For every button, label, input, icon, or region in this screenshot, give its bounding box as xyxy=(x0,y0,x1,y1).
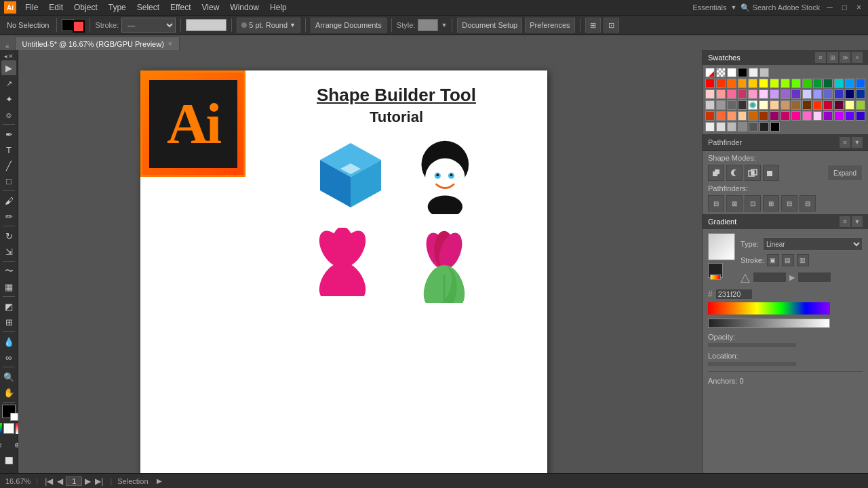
opacity-slider[interactable] xyxy=(708,343,796,347)
swatch-gray3[interactable] xyxy=(727,100,736,110)
document-canvas[interactable]: Ai Shape Builder Tool Tutorial xyxy=(140,70,547,473)
divide-btn[interactable]: ⊟ xyxy=(708,195,724,211)
swatch-yellow[interactable] xyxy=(748,79,757,88)
swatch-orange[interactable] xyxy=(727,79,736,88)
gradient-angle-input[interactable] xyxy=(753,272,787,283)
swatch-brown[interactable] xyxy=(791,100,801,110)
workspace-dropdown-icon[interactable]: ▼ xyxy=(731,4,737,11)
swatch-cream[interactable] xyxy=(759,100,768,110)
ai-logo[interactable]: Ai xyxy=(4,1,16,14)
style-dropdown-icon[interactable]: ▼ xyxy=(441,22,447,28)
swatch-black[interactable] xyxy=(738,68,747,77)
lasso-tool[interactable]: ⌾ xyxy=(1,107,16,122)
status-arrow[interactable]: ▶ xyxy=(157,477,162,485)
swatch-slate[interactable] xyxy=(823,89,833,99)
zoom-tool[interactable]: 🔍 xyxy=(1,369,16,384)
exclude-btn[interactable] xyxy=(763,165,779,181)
unite-btn[interactable] xyxy=(708,165,724,181)
merge-btn[interactable]: ⊡ xyxy=(745,195,761,211)
close-btn[interactable]: × xyxy=(854,3,864,12)
graph-tool[interactable]: ▦ xyxy=(1,279,16,294)
gradient-collapse[interactable]: ≡ xyxy=(840,216,850,227)
expand-btn[interactable]: Expand xyxy=(827,165,863,181)
magic-wand-tool[interactable]: ✦ xyxy=(1,92,16,106)
swatch-fuchsia[interactable] xyxy=(781,111,790,121)
menu-effect[interactable]: Effect xyxy=(165,1,195,14)
menu-window[interactable]: Window xyxy=(225,1,264,14)
swatch-hotpink[interactable] xyxy=(748,89,757,99)
swatch-offwhite[interactable] xyxy=(705,122,715,131)
swatch-green-light[interactable] xyxy=(791,79,801,88)
swatch-gray2[interactable] xyxy=(716,100,726,110)
rect-tool[interactable]: □ xyxy=(1,174,16,188)
swatch-lemon[interactable] xyxy=(845,100,854,110)
swatch-scarlet[interactable] xyxy=(823,100,833,110)
pencil-tool[interactable]: ✏ xyxy=(1,209,16,224)
swatch-blush[interactable] xyxy=(813,111,823,121)
swatch-lightgray2[interactable] xyxy=(716,122,726,131)
rotate-tool[interactable]: ↻ xyxy=(1,228,16,243)
swatch-red[interactable] xyxy=(705,79,715,88)
swatch-periwinkle[interactable] xyxy=(802,89,812,99)
outline-btn[interactable]: ⊟ xyxy=(781,195,797,211)
crop-btn[interactable]: ⊞ xyxy=(763,195,779,211)
swatch-special1[interactable] xyxy=(748,100,757,110)
color-hash-input[interactable] xyxy=(715,289,753,300)
swatch-darknavy[interactable] xyxy=(845,89,854,99)
swatch-violet[interactable] xyxy=(770,89,779,99)
gradient-color-stop[interactable] xyxy=(708,263,723,278)
trim-btn[interactable]: ⊠ xyxy=(726,195,743,211)
swatch-rust[interactable] xyxy=(748,111,757,121)
pathfinder-collapse[interactable]: ≡ xyxy=(840,137,850,148)
swatch-purple[interactable] xyxy=(781,89,790,99)
none-mode-icon[interactable] xyxy=(3,423,14,434)
style-box[interactable] xyxy=(418,19,438,31)
reflect-tool[interactable]: ↕ xyxy=(0,437,8,452)
gradient-aspect-input[interactable] xyxy=(797,272,831,283)
preferences-btn[interactable]: Preferences xyxy=(525,18,574,33)
fill-chip[interactable] xyxy=(2,405,16,418)
swatch-gray5[interactable] xyxy=(738,122,747,131)
swatch-nearblack[interactable] xyxy=(760,122,769,131)
swatch-green[interactable] xyxy=(802,79,812,88)
stroke-apply-along[interactable]: ▤ xyxy=(782,254,794,266)
line-tool[interactable]: ╱ xyxy=(1,158,16,173)
menu-view[interactable]: View xyxy=(197,1,224,14)
swatch-silver[interactable] xyxy=(760,68,769,77)
panel-collapse-left[interactable]: « xyxy=(5,43,15,50)
swatch-rose[interactable] xyxy=(727,89,736,99)
swatch-darkbrown[interactable] xyxy=(802,100,812,110)
swatch-navy[interactable] xyxy=(834,89,844,99)
swatch-auburn[interactable] xyxy=(759,111,768,121)
stroke-apply-across[interactable]: ▥ xyxy=(797,254,809,266)
left-collapse-icon[interactable]: ◂ xyxy=(4,53,7,60)
swatch-black2[interactable] xyxy=(770,122,780,131)
gradient-preview-box[interactable] xyxy=(708,233,735,260)
swatch-chartreuse[interactable] xyxy=(781,79,790,88)
type-tool[interactable]: T xyxy=(1,142,16,157)
tab-close-btn[interactable]: × xyxy=(168,40,172,47)
swatch-darkgreen[interactable] xyxy=(813,79,823,88)
color-preview[interactable] xyxy=(186,19,226,31)
swatch-teal[interactable] xyxy=(834,79,844,88)
panel-toggle-btn[interactable]: ⊡ xyxy=(604,18,619,33)
swatch-salmon[interactable] xyxy=(727,111,736,121)
swatch-coral[interactable] xyxy=(716,111,726,121)
hand-tool[interactable]: ✋ xyxy=(1,385,16,400)
menu-help[interactable]: Help xyxy=(265,1,292,14)
swatch-brick[interactable] xyxy=(705,111,715,121)
swatch-royalblue[interactable] xyxy=(856,89,865,99)
artboard-tool[interactable]: ⬜ xyxy=(1,453,16,468)
direct-selection-tool[interactable]: ↗ xyxy=(1,76,16,91)
arrange-docs-btn[interactable]: Arrange Documents xyxy=(311,18,387,33)
mesh-tool[interactable]: ⊞ xyxy=(1,314,16,329)
eyedropper-tool[interactable]: 💧 xyxy=(1,334,16,349)
swatch-forest[interactable] xyxy=(823,79,833,88)
search-stock[interactable]: 🔍 Search Adobe Stock xyxy=(741,3,820,12)
swatch-tan[interactable] xyxy=(781,100,790,110)
swatch-darkgray[interactable] xyxy=(749,122,758,131)
page-last-btn[interactable]: ▶| xyxy=(94,476,104,486)
warp-tool[interactable]: 〜 xyxy=(1,264,16,279)
swatch-olive[interactable] xyxy=(856,100,865,110)
blend-tool[interactable]: ∞ xyxy=(1,350,16,365)
